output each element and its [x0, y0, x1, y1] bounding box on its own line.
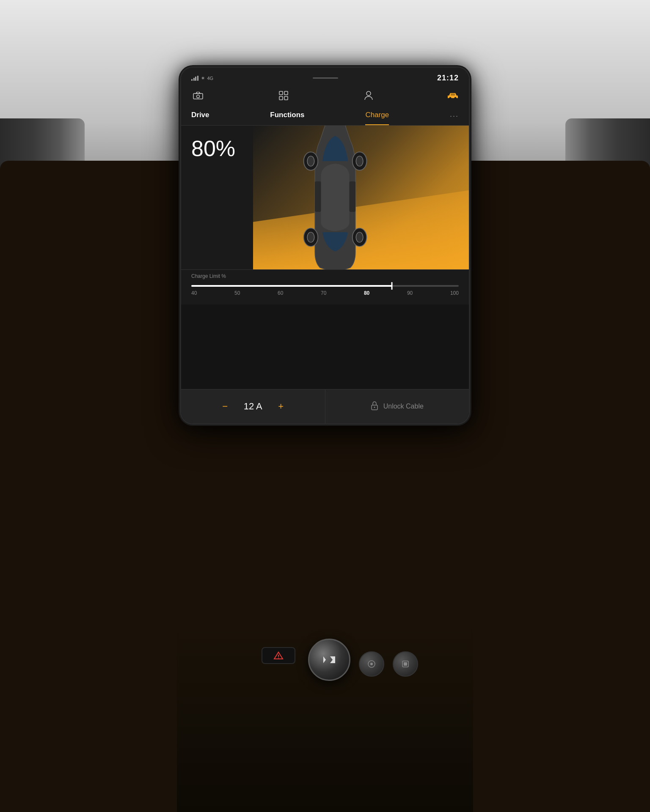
- slider-label-90: 90: [407, 290, 413, 296]
- charge-percentage: 80%: [191, 136, 235, 161]
- current-increase-button[interactable]: +: [273, 398, 289, 415]
- signal-bars-icon: [191, 76, 198, 81]
- slider-label-80: 80: [364, 290, 369, 296]
- grid-icon[interactable]: [277, 89, 290, 104]
- svg-point-25: [278, 658, 279, 658]
- svg-point-2: [197, 95, 200, 98]
- svg-point-18: [356, 156, 363, 166]
- charge-limit-label: Charge Limit %: [191, 273, 459, 279]
- svg-point-19: [307, 232, 314, 242]
- svg-rect-4: [284, 91, 288, 95]
- svg-point-22: [374, 406, 375, 408]
- status-left: ∗ 4G: [191, 75, 213, 81]
- tab-functions[interactable]: Functions: [270, 109, 304, 125]
- charge-slider-thumb[interactable]: [391, 282, 393, 290]
- svg-marker-1: [196, 92, 200, 93]
- svg-point-20: [356, 232, 363, 242]
- svg-point-8: [449, 97, 451, 99]
- charge-slider-fill: [191, 285, 392, 287]
- tab-more[interactable]: ...: [450, 110, 459, 125]
- screen: ∗ 4G 21:12: [181, 68, 469, 423]
- current-value-display: 12 A: [244, 401, 262, 412]
- car-icon[interactable]: [447, 91, 459, 102]
- slider-label-100: 100: [450, 290, 459, 296]
- slider-label-70: 70: [321, 290, 326, 296]
- current-control: − 12 A +: [181, 390, 325, 423]
- screen-container: ∗ 4G 21:12: [181, 68, 469, 423]
- svg-point-7: [366, 91, 371, 96]
- svg-rect-10: [451, 93, 455, 96]
- charge-slider-track[interactable]: [191, 285, 459, 287]
- car-top-view: [284, 126, 386, 269]
- svg-marker-27: [330, 656, 335, 663]
- svg-rect-6: [284, 96, 288, 100]
- charge-visualization: 80%: [181, 126, 469, 269]
- svg-rect-11: [315, 181, 321, 212]
- charge-limit-area: Charge Limit % 40 50 60 70 80 90 100: [181, 269, 469, 304]
- slider-label-40: 40: [191, 290, 197, 296]
- lock-icon: [371, 401, 378, 412]
- main-control-knob[interactable]: [308, 639, 350, 681]
- svg-marker-26: [323, 656, 326, 663]
- network-label: 4G: [207, 76, 214, 81]
- svg-point-29: [370, 663, 373, 665]
- status-notch: [313, 77, 338, 79]
- svg-rect-12: [350, 181, 355, 212]
- media-button-2[interactable]: [393, 651, 418, 677]
- slider-label-60: 60: [278, 290, 283, 296]
- user-icon[interactable]: [363, 89, 375, 104]
- console-base: [177, 622, 473, 812]
- slider-labels: 40 50 60 70 80 90 100: [191, 290, 459, 296]
- hazard-button[interactable]: [262, 647, 295, 664]
- slider-label-50: 50: [234, 290, 240, 296]
- dark-spacer: [181, 304, 469, 389]
- svg-rect-31: [404, 662, 407, 666]
- car-interior-bg: ∗ 4G 21:12: [0, 0, 650, 812]
- svg-point-17: [307, 156, 314, 166]
- tab-drive[interactable]: Drive: [191, 109, 209, 125]
- tab-charge[interactable]: Charge: [365, 109, 389, 125]
- current-decrease-button[interactable]: −: [217, 398, 234, 415]
- status-bar: ∗ 4G 21:12: [181, 68, 469, 86]
- svg-rect-3: [279, 91, 283, 95]
- bottom-controls: − 12 A + Unlock Cable: [181, 389, 469, 423]
- nav-icons-row: [181, 86, 469, 106]
- svg-rect-5: [279, 96, 283, 100]
- unlock-cable-label: Unlock Cable: [383, 403, 424, 410]
- camera-icon[interactable]: [191, 90, 205, 103]
- bluetooth-icon: ∗: [201, 75, 205, 81]
- unlock-cable-button[interactable]: Unlock Cable: [325, 390, 469, 423]
- tab-bar: Drive Functions Charge ...: [181, 106, 469, 126]
- media-button-1[interactable]: [359, 651, 384, 677]
- status-time: 21:12: [437, 74, 459, 82]
- svg-point-9: [454, 97, 456, 99]
